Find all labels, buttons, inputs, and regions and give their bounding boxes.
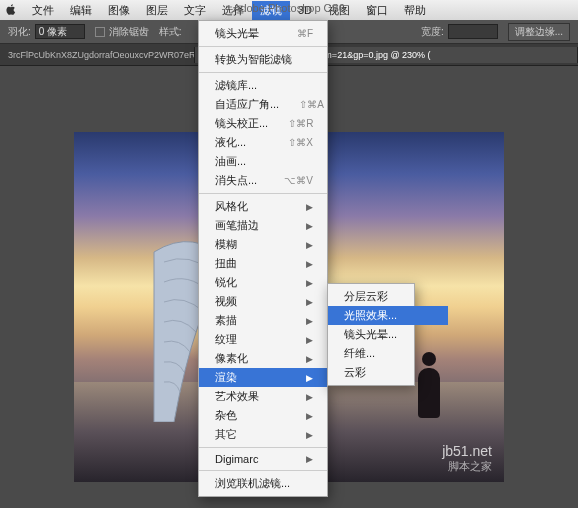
watermark-url: jb51.net (442, 443, 492, 459)
filter-submenu-item[interactable]: 像素化▶ (199, 349, 327, 368)
render-item[interactable]: 分层云彩 (328, 287, 448, 306)
style-label: 样式: (159, 25, 182, 39)
feather-label: 羽化: (8, 25, 31, 39)
filter-submenu-item[interactable]: 画笔描边▶ (199, 216, 327, 235)
filter-submenu-item[interactable]: 扭曲▶ (199, 254, 327, 273)
filter-item[interactable]: 消失点...⌥⌘V (199, 171, 327, 190)
width-label: 宽度: (421, 25, 444, 39)
render-item[interactable]: 纤维... (328, 344, 448, 363)
filter-item[interactable]: 液化...⇧⌘X (199, 133, 327, 152)
render-item[interactable]: 云彩 (328, 363, 448, 382)
filter-item[interactable]: 自适应广角...⇧⌘A (199, 95, 327, 114)
filter-submenu-item[interactable]: 杂色▶ (199, 406, 327, 425)
filter-submenu-item[interactable]: 模糊▶ (199, 235, 327, 254)
menu-layer[interactable]: 图层 (138, 1, 176, 20)
menubar: 文件 编辑 图像 图层 文字 选择 滤镜 3D 视图 窗口 帮助 Adobe P… (0, 0, 578, 20)
filter-menu: 镜头光晕⌘F 转换为智能滤镜 滤镜库...自适应广角...⇧⌘A镜头校正...⇧… (198, 20, 328, 497)
antialias-checkbox[interactable] (95, 27, 105, 37)
render-submenu: 分层云彩光照效果...镜头光晕...纤维...云彩 (327, 283, 415, 386)
filter-submenu-item[interactable]: 风格化▶ (199, 197, 327, 216)
menu-image[interactable]: 图像 (100, 1, 138, 20)
render-item[interactable]: 镜头光晕... (328, 325, 448, 344)
watermark: jb51.net 脚本之家 (442, 443, 492, 474)
filter-submenu-item[interactable]: 艺术效果▶ (199, 387, 327, 406)
filter-item[interactable]: 油画... (199, 152, 327, 171)
filter-last[interactable]: 镜头光晕⌘F (199, 24, 327, 43)
app-title: Adobe Photoshop CS6 (233, 2, 345, 14)
menu-edit[interactable]: 编辑 (62, 1, 100, 20)
menu-window[interactable]: 窗口 (358, 1, 396, 20)
filter-submenu-item[interactable]: 纹理▶ (199, 330, 327, 349)
render-item[interactable]: 光照效果... (328, 306, 448, 325)
filter-smart[interactable]: 转换为智能滤镜 (199, 50, 327, 69)
watermark-text: 脚本之家 (442, 459, 492, 474)
filter-submenu-item[interactable]: 锐化▶ (199, 273, 327, 292)
filter-item[interactable]: 滤镜库... (199, 76, 327, 95)
feather-input[interactable] (35, 24, 85, 39)
antialias-label: 消除锯齿 (109, 25, 149, 39)
document-tab[interactable]: 3rcFlPcUbKnX8ZUgdorrafOeouxcvP2WR07eRxtA… (0, 47, 195, 63)
apple-icon (4, 3, 18, 17)
menu-help[interactable]: 帮助 (396, 1, 434, 20)
filter-browse-online[interactable]: 浏览联机滤镜... (199, 474, 327, 493)
filter-submenu-item[interactable]: 素描▶ (199, 311, 327, 330)
filter-submenu-item[interactable]: 视频▶ (199, 292, 327, 311)
filter-submenu-item[interactable]: 渲染▶ (199, 368, 327, 387)
filter-submenu-item[interactable]: 其它▶ (199, 425, 327, 444)
menu-type[interactable]: 文字 (176, 1, 214, 20)
menu-file[interactable]: 文件 (24, 1, 62, 20)
filter-item[interactable]: 镜头校正...⇧⌘R (199, 114, 327, 133)
filter-digimarc[interactable]: Digimarc▶ (199, 451, 327, 467)
refine-edge-button[interactable]: 调整边缘... (508, 23, 570, 41)
width-input[interactable] (448, 24, 498, 39)
